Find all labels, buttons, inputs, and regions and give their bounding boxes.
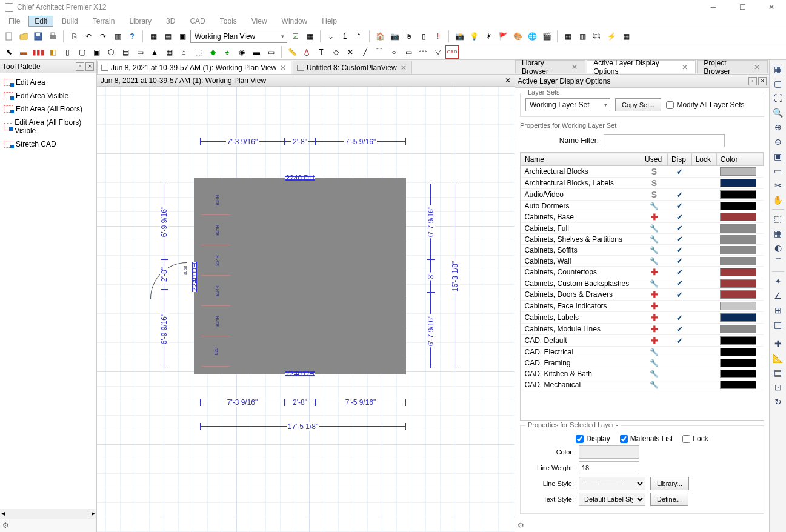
- color-swatch[interactable]: [720, 325, 756, 333]
- color-swatch[interactable]: [720, 381, 756, 389]
- arc-icon[interactable]: ⌒: [373, 45, 386, 59]
- zoom-in-icon[interactable]: ⊕: [771, 121, 785, 134]
- globe-icon[interactable]: 🌐: [525, 30, 539, 43]
- mouse-icon[interactable]: 🖱: [402, 30, 416, 43]
- color-toggle-icon[interactable]: ◐: [771, 241, 785, 254]
- layer-row[interactable]: Cabinets, Full🔧✔: [521, 223, 764, 234]
- line-icon[interactable]: ╱: [358, 45, 371, 59]
- color-swatch[interactable]: [720, 246, 756, 254]
- fill-window-icon[interactable]: ⛶: [771, 91, 785, 105]
- tab-close-icon[interactable]: ✕: [399, 64, 408, 72]
- color-swatch[interactable]: [720, 179, 756, 187]
- document-tab[interactable]: Untitled 8: CustomPlanView✕: [293, 61, 412, 74]
- plan-view-dropdown[interactable]: Working Plan View: [190, 30, 287, 43]
- layers-panel-icon[interactable]: ▦: [771, 62, 785, 76]
- layer-row[interactable]: Cabinets, Custom Backsplashes🔧✔: [521, 278, 764, 289]
- redo-icon[interactable]: ↷: [96, 30, 110, 43]
- up-arrow-icon[interactable]: ⌃: [352, 30, 365, 43]
- layer-row[interactable]: CAD, Mechanical🔧: [521, 379, 764, 390]
- column-header[interactable]: Lock: [691, 153, 716, 166]
- text-icon[interactable]: T: [315, 45, 328, 59]
- menu-file[interactable]: File: [2, 16, 26, 27]
- select-area-icon[interactable]: ▭: [771, 164, 785, 178]
- layer-row[interactable]: Audio/VideoS✔: [521, 189, 764, 201]
- house2-icon[interactable]: ⌂: [177, 45, 190, 59]
- view-close-icon[interactable]: ✕: [505, 76, 511, 85]
- layer-row[interactable]: Cabinets, Module Lines✚✔: [521, 324, 764, 335]
- save-icon[interactable]: [32, 30, 45, 43]
- lock-checkbox[interactable]: Lock: [682, 434, 708, 443]
- display-icon[interactable]: ▤: [771, 366, 785, 379]
- side-window-icon[interactable]: ▥: [111, 30, 124, 43]
- sun-icon[interactable]: ☀: [482, 30, 495, 43]
- layer-row[interactable]: CAD, Default✚✔: [521, 335, 764, 347]
- print-icon[interactable]: [46, 30, 59, 43]
- color-swatch[interactable]: [720, 235, 756, 244]
- display-checkbox[interactable]: Display: [576, 434, 610, 443]
- layer-row[interactable]: Cabinets, Doors & Drawers✚✔: [521, 289, 764, 301]
- dimension-icon[interactable]: A̱: [300, 45, 313, 59]
- furniture-icon[interactable]: ▭: [133, 45, 147, 59]
- column-header[interactable]: Name: [521, 153, 641, 166]
- appliance-icon[interactable]: ▣: [90, 45, 103, 59]
- rect-icon[interactable]: ▭: [402, 45, 415, 59]
- panel-icon[interactable]: ▥: [576, 30, 589, 43]
- shape-icon[interactable]: ◇: [329, 45, 342, 59]
- tape-icon[interactable]: 📏: [285, 45, 299, 59]
- tool-palette-item[interactable]: Edit Area (All Floors) Visible: [2, 116, 94, 138]
- house-icon[interactable]: 🏠: [373, 30, 387, 43]
- plan-canvas[interactable]: 7'-3 9/16" 2'-8" 7'-5 9/16" B24RB24RB24R…: [97, 87, 515, 532]
- text-style-select[interactable]: Default Label Style: [579, 493, 645, 506]
- new-file-icon[interactable]: [2, 30, 16, 43]
- document-tab[interactable]: Jun 8, 2021 at 10-39-57 AM (1): Working …: [97, 61, 291, 74]
- menu-terrain[interactable]: Terrain: [87, 16, 121, 27]
- panel-close-icon[interactable]: ✕: [758, 77, 767, 85]
- layer-row[interactable]: Cabinets, Shelves & Partitions🔧✔: [521, 234, 764, 245]
- gear-icon[interactable]: ⚙: [515, 519, 769, 532]
- modify-all-checkbox[interactable]: Modify All Layer Sets: [666, 101, 744, 109]
- color-swatch[interactable]: [720, 268, 756, 276]
- angle-icon[interactable]: ∠: [771, 289, 785, 302]
- menu-view[interactable]: View: [245, 16, 273, 27]
- name-filter-input[interactable]: [604, 134, 725, 147]
- layer-row[interactable]: CAD, Kitchen & Bath🔧: [521, 368, 764, 379]
- tab-close-icon[interactable]: ✕: [681, 63, 689, 71]
- select-icon[interactable]: ⬉: [2, 45, 16, 59]
- tool-palette-item[interactable]: Stretch CAD: [2, 138, 94, 151]
- layer-row[interactable]: CAD, Electrical🔧: [521, 347, 764, 357]
- library-button[interactable]: Library...: [650, 477, 689, 490]
- color-swatch[interactable]: [720, 336, 756, 345]
- menu-cad[interactable]: CAD: [184, 16, 211, 27]
- line-weight-input[interactable]: [579, 461, 639, 474]
- crosshair-icon[interactable]: ✚: [771, 337, 785, 350]
- color-swatch[interactable]: [720, 359, 756, 367]
- tool-palette-scrollbar[interactable]: ◂▸: [0, 509, 96, 519]
- layer-row[interactable]: Cabinets, Face Indicators✚: [521, 301, 764, 312]
- delete-icon[interactable]: ✕: [344, 45, 357, 59]
- open-file-icon[interactable]: [17, 30, 30, 43]
- right-tab[interactable]: Library Browser✕: [515, 60, 585, 73]
- layer-row[interactable]: CAD, Framing🔧: [521, 357, 764, 368]
- tab-close-icon[interactable]: ✕: [570, 63, 579, 71]
- snap-icon[interactable]: ✦: [771, 274, 785, 288]
- circle-icon[interactable]: ○: [387, 45, 401, 59]
- help-icon[interactable]: ?: [125, 30, 139, 43]
- panel-float-icon[interactable]: ▫: [76, 62, 84, 71]
- ruler-icon[interactable]: 📐: [771, 351, 785, 365]
- column-header[interactable]: Disp: [668, 153, 692, 166]
- crop-icon[interactable]: ✂: [771, 179, 785, 192]
- menu-3d[interactable]: 3D: [160, 16, 181, 27]
- menu-tools[interactable]: Tools: [214, 16, 243, 27]
- road-icon[interactable]: ⬚: [192, 45, 205, 59]
- pan-icon[interactable]: ✋: [771, 193, 785, 207]
- color-swatch[interactable]: [720, 190, 756, 199]
- grid-snap-icon[interactable]: ⊞: [771, 304, 785, 317]
- panel-float-icon[interactable]: ▫: [748, 77, 757, 85]
- close-button[interactable]: ✕: [762, 1, 781, 13]
- color-swatch[interactable]: [720, 202, 756, 210]
- wall-icon[interactable]: ▬: [17, 45, 30, 59]
- menu-help[interactable]: Help: [316, 16, 343, 27]
- railing-icon[interactable]: ▮▮▮: [32, 45, 45, 59]
- floor-ref-icon[interactable]: ▦: [771, 227, 785, 240]
- framing-icon[interactable]: ▦: [162, 45, 176, 59]
